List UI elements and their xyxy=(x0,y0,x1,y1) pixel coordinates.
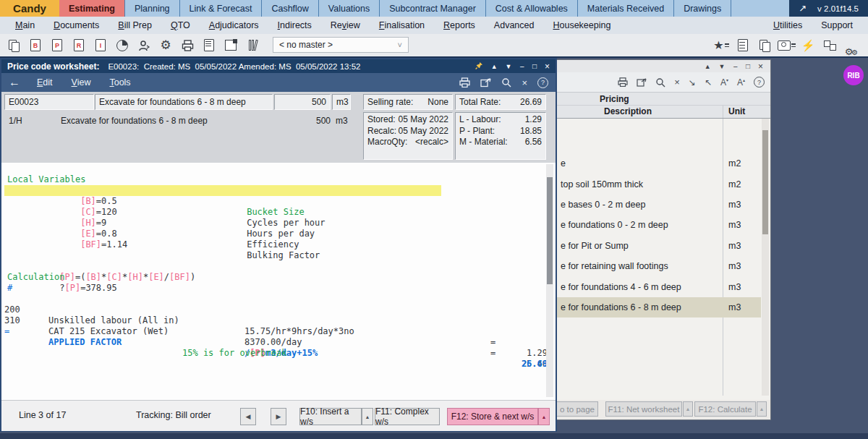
menu-item[interactable]: Main xyxy=(6,20,44,30)
unit-cell[interactable]: m3 xyxy=(332,94,351,110)
worksheet-menu-item[interactable]: View xyxy=(62,77,101,88)
search-icon[interactable] xyxy=(655,77,665,88)
worksheet-menu-item[interactable]: Tools xyxy=(100,77,140,88)
f10-spin-button[interactable]: ▲ xyxy=(362,408,373,425)
arrow-downright-icon[interactable]: ↘ xyxy=(689,77,696,88)
font-smaller-icon[interactable]: A▾ xyxy=(720,77,728,88)
module-tab[interactable]: Subcontract Manager xyxy=(380,0,486,17)
printer-icon[interactable] xyxy=(459,77,470,88)
goto-page-button[interactable]: o to page xyxy=(556,401,598,417)
f10-insert-ws-button[interactable]: F10: Insert a w/s xyxy=(299,408,362,425)
doc-b-icon[interactable]: B xyxy=(25,34,46,56)
font-larger-icon[interactable]: A▴ xyxy=(737,77,745,88)
menu-item[interactable]: Bill Prep xyxy=(109,20,161,30)
quantity-cell[interactable]: 500 xyxy=(274,94,331,110)
pin-icon[interactable] xyxy=(475,61,483,71)
f12-store-next-ws-button[interactable]: F12: Store & next w/s xyxy=(447,408,538,425)
lightning-icon[interactable]: ⚡ xyxy=(797,34,819,56)
menu-item[interactable]: Review xyxy=(321,20,370,30)
rolldown-icon[interactable]: ▼ xyxy=(719,63,726,70)
worksheet-menu-item[interactable]: Edit xyxy=(27,77,62,88)
pricing-scrollbar[interactable] xyxy=(762,119,769,396)
pricing-row[interactable]: top soil 150mm thick m2 xyxy=(549,174,761,194)
snapshot-icon[interactable] xyxy=(775,34,797,56)
worksheet-body[interactable]: Local Variables [B]=0.5 Bucket Size [C]=… xyxy=(1,163,556,400)
module-tab[interactable]: Cost & Allowables xyxy=(486,0,578,17)
doc-r-icon[interactable]: R xyxy=(68,34,90,56)
version-tab[interactable]: ↗ v 2.01f14.5 xyxy=(789,0,868,17)
rollup-icon[interactable]: ▲ xyxy=(491,63,498,70)
library-icon[interactable] xyxy=(242,34,263,56)
worksheet-titlebar[interactable]: Price code worksheet: E00023: Created: M… xyxy=(1,59,556,73)
expand-arrow-icon[interactable]: ↗ xyxy=(799,3,807,14)
printer-icon[interactable] xyxy=(618,77,628,87)
search-icon[interactable] xyxy=(501,77,511,88)
module-tab[interactable]: Cashflow xyxy=(262,0,318,17)
menu-item[interactable]: Adjudicators xyxy=(200,20,268,30)
pricing-row[interactable]: e m2 xyxy=(549,153,761,174)
close-icon[interactable]: × xyxy=(674,77,680,88)
pricing-row[interactable]: e for retaining wall footings m3 xyxy=(549,256,761,276)
calculate-spin-button[interactable]: ▲ xyxy=(757,401,767,417)
pricing-row[interactable]: e for foundations 4 - 6 m deep m3 xyxy=(549,276,761,297)
rolldown-icon[interactable]: ▼ xyxy=(506,63,512,70)
worksheet-scrollbar-thumb[interactable] xyxy=(547,177,553,284)
net-worksheet-button[interactable]: F11: Net worksheet xyxy=(605,401,682,417)
module-tab[interactable]: Valuations xyxy=(319,0,380,17)
module-tab[interactable]: Estimating xyxy=(59,0,125,17)
back-arrow-icon[interactable]: ← xyxy=(9,76,20,89)
pricing-row[interactable]: e for Pit or Sump m3 xyxy=(549,236,761,256)
menu-item[interactable]: Finalisation xyxy=(370,20,434,30)
help-icon[interactable]: ? xyxy=(754,77,765,88)
minimize-icon[interactable]: − xyxy=(520,62,524,71)
calculate-button[interactable]: F12: Calculate xyxy=(694,401,756,417)
maximize-icon[interactable]: □ xyxy=(746,62,750,70)
description-cell[interactable]: Excavate for foundations 6 - 8 m deep xyxy=(95,94,273,110)
doc-p-icon[interactable]: P xyxy=(46,34,68,56)
f11-complex-ws-button[interactable]: F11: Complex w/s xyxy=(375,408,440,425)
pricing-row[interactable]: e bases 0 - 2 m deep m3 xyxy=(549,195,761,215)
menu-item[interactable]: Advanced xyxy=(485,20,544,30)
calculation-row[interactable]: 200 Unskilled labour (All in) 15.75/hr*9… xyxy=(1,294,556,304)
favorites-icon[interactable]: ★ xyxy=(710,34,732,56)
gear-icon[interactable]: ⚙ xyxy=(155,34,176,56)
menu-item[interactable]: Reports xyxy=(434,20,485,30)
menu-item[interactable]: Support xyxy=(812,20,862,30)
menu-item[interactable]: Indirects xyxy=(268,20,321,30)
calculation-row[interactable]: 310 CAT 215 Excavator (Wet) 8370.00/day … xyxy=(1,304,556,315)
documents-icon[interactable] xyxy=(754,34,775,56)
pie-chart-icon[interactable] xyxy=(111,34,133,56)
module-tab[interactable]: Candy xyxy=(0,0,59,17)
settings-gears-icon[interactable]: ⚙⚙ xyxy=(841,34,862,56)
close-icon[interactable]: × xyxy=(545,61,550,72)
master-dropdown[interactable]: < no master > ˅ xyxy=(273,37,409,53)
f12-spin-button[interactable]: ▲ xyxy=(538,408,550,425)
next-button[interactable]: ▶ xyxy=(271,408,286,425)
close-icon[interactable]: × xyxy=(758,61,763,72)
help-icon[interactable]: ? xyxy=(537,77,548,88)
transfer-icon[interactable] xyxy=(819,34,841,56)
pricing-row[interactable]: e for foundations 6 - 8 m deep m3 xyxy=(549,297,761,317)
prev-button[interactable]: ◀ xyxy=(240,408,256,425)
module-tab[interactable]: Materials Received xyxy=(578,0,674,17)
export-icon[interactable] xyxy=(480,78,491,88)
minimize-icon[interactable]: − xyxy=(733,62,738,71)
menu-item[interactable]: Housekeeping xyxy=(543,20,620,30)
copy-icon[interactable] xyxy=(3,34,25,56)
pricing-row[interactable]: e foundations 0 - 2 m deep m3 xyxy=(549,215,761,235)
calculator-icon[interactable] xyxy=(732,34,754,56)
selling-rate-cell[interactable]: Selling rate: None xyxy=(363,94,453,110)
module-tab[interactable]: Drawings xyxy=(674,0,731,17)
doc-i-icon[interactable]: I xyxy=(90,34,111,56)
net-worksheet-spin-button[interactable]: ▲ xyxy=(683,401,693,417)
worksheet-scrollbar[interactable] xyxy=(546,164,553,397)
description-column-header[interactable]: Description xyxy=(604,106,652,116)
rib-badge[interactable]: RIB xyxy=(843,65,864,85)
module-tab[interactable]: Planning xyxy=(125,0,180,17)
menu-item[interactable]: Documents xyxy=(44,20,109,30)
code-cell[interactable]: E00023 xyxy=(4,94,94,110)
calculation-total-row[interactable]: = APPLIED FACTOR /[P]m3/day+15% 26.69 xyxy=(1,315,556,326)
rollup-icon[interactable]: ▲ xyxy=(705,63,711,70)
users-icon[interactable] xyxy=(133,34,155,56)
variable-row[interactable]: [B]=0.5 Bucket Size xyxy=(1,185,556,196)
